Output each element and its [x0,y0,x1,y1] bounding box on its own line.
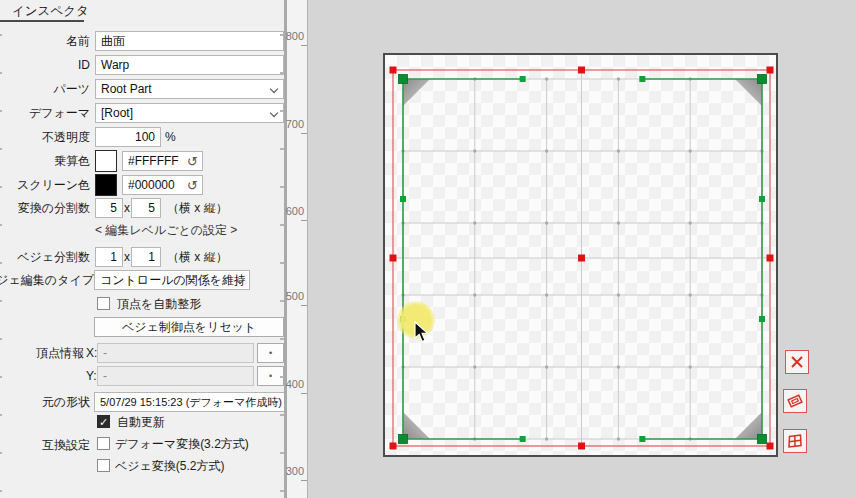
screen-hex-input[interactable]: #000000 ↺ [122,175,203,195]
id-input[interactable]: Warp [95,55,284,75]
ruler-label: 500 [284,290,304,302]
bezier-corner-handle[interactable] [758,435,767,444]
panel-edge-mark [0,338,2,340]
chevron-down-icon [270,109,278,117]
bezier-divisions-suffix: （横 x 縦） [167,247,228,267]
panel-edge-mark [280,148,284,150]
bezier-control-handle[interactable] [520,76,526,82]
bezier-divisions-x-input[interactable]: 1 [95,247,123,267]
bezier-corner-handle[interactable] [399,435,408,444]
bezier-control-handle[interactable] [520,436,526,442]
bezier-corner-handle[interactable] [399,75,408,84]
deformer-value: [Root] [101,106,133,120]
ruler-tick [301,45,307,46]
panel-edge-mark [280,72,284,74]
panel-edge-mark [0,262,2,264]
tab-inspector[interactable]: インスペクタ [12,3,89,20]
vertex-x-field: - [97,343,254,363]
panel-edge-mark [280,224,284,226]
deformer-handle-red[interactable] [767,67,774,74]
parts-dropdown[interactable]: Root Part [95,79,284,99]
bezier-type-label: ベジェ編集のタイプ [0,270,90,290]
vertex-x-label: X: [86,343,97,363]
screen-color-swatch[interactable] [95,174,117,196]
panel-edge-mark [0,110,2,112]
rotate-deformer-button[interactable] [783,389,807,413]
vertical-ruler: 800700600500400300 [287,0,308,498]
panel-edge-mark [280,186,284,188]
rotated-frame-icon [786,392,804,410]
ruler-tick [301,393,307,394]
deformer-handle-red[interactable] [767,443,774,450]
reset-color-icon[interactable]: ↺ [187,153,198,171]
deformer-handle-red[interactable] [578,443,585,450]
auto-update-checkbox[interactable]: ✓ [97,415,110,428]
ruler-tick [301,220,307,221]
edit-level-header: < 編集レベルごとの設定 > [95,222,235,239]
ruler-label: 300 [284,465,304,477]
panel-edge-mark [280,110,284,112]
compat-bezier-label: ベジェ変換(5.2方式) [115,458,225,474]
grid-vertex-dot [545,77,548,80]
bezier-control-handle[interactable] [759,316,765,322]
grid-vertex-dot [617,365,620,368]
grid-vertex-dot [545,293,548,296]
deformer-handle-red[interactable] [767,255,774,262]
compat-deformer-label: デフォーマ変換(3.2方式) [115,436,249,452]
bezier-type-value: コントロールの関係を維持 [100,273,246,287]
deformer-dropdown[interactable]: [Root] [95,103,284,123]
panel-edge-mark [280,414,284,416]
panel-edge-mark [0,34,2,36]
grid-vertex-dot [473,293,476,296]
deformer-handle-red[interactable] [390,443,397,450]
multiply-color-swatch[interactable] [95,150,117,172]
bezier-corner-handle[interactable] [758,75,767,84]
vertex-y-field: - [97,366,254,386]
divisions-x-input[interactable]: 5 [95,198,123,218]
original-shape-field[interactable]: 5/07/29 15:15:23 (デフォーマ作成時) [94,392,285,412]
panel-edge-mark [280,452,284,454]
multiply-hex-value: #FFFFFF [128,154,179,168]
ruler-tick [301,133,307,134]
opacity-input[interactable]: 100 [95,127,161,147]
bezier-divisions-label: ベジェ分割数 [0,247,90,267]
deformer-handle-red[interactable] [390,255,397,262]
bezier-control-handle[interactable] [759,196,765,202]
divisions-separator: x [124,198,130,218]
compat-deformer-checkbox[interactable] [97,437,110,450]
bezier-control-handle[interactable] [400,196,406,202]
parts-label: パーツ [0,79,90,99]
bezier-type-dropdown[interactable]: コントロールの関係を維持 [94,270,250,290]
reset-color-icon[interactable]: ↺ [187,177,198,195]
name-input[interactable]: 曲面 [95,31,284,51]
divisions-y-input[interactable]: 5 [131,198,161,218]
bezier-control-handle[interactable] [639,76,645,82]
convert-warp-grid-button[interactable] [783,429,807,453]
compat-bezier-checkbox[interactable] [97,459,110,472]
opacity-label: 不透明度 [0,127,90,147]
grid-vertex-dot [545,221,548,224]
ruler-label: 700 [284,118,304,130]
auto-reshape-checkbox[interactable] [97,297,110,310]
delete-deformer-button[interactable] [785,350,809,374]
deformer-handle-red[interactable] [390,67,397,74]
panel-edge-mark [280,490,284,492]
bezier-divisions-y-input[interactable]: 1 [131,247,161,267]
deformer-handle-red[interactable] [578,67,585,74]
id-label: ID [0,55,90,75]
chevron-down-icon [270,85,278,93]
panel-edge-mark [280,34,284,36]
ruler-label: 800 [284,30,304,42]
grid-vertex-dot [545,437,548,440]
bezier-control-handle[interactable] [639,436,645,442]
vertex-x-detail-button[interactable]: • [257,343,284,363]
deformer-label: デフォーマ [0,103,90,123]
inspector-panel: インスペクタ 名前 曲面 ID Warp パーツ Root Part デフォーマ… [0,0,284,498]
reset-bezier-points-button[interactable]: ベジェ制御点をリセット [94,317,284,337]
panel-edge-mark [0,186,2,188]
multiply-hex-input[interactable]: #FFFFFF ↺ [122,151,203,171]
ruler-tick [301,480,307,481]
divisions-suffix: （横 x 縦） [167,198,228,218]
vertex-y-label: Y: [86,366,97,386]
deformer-handle-red[interactable] [578,255,585,262]
